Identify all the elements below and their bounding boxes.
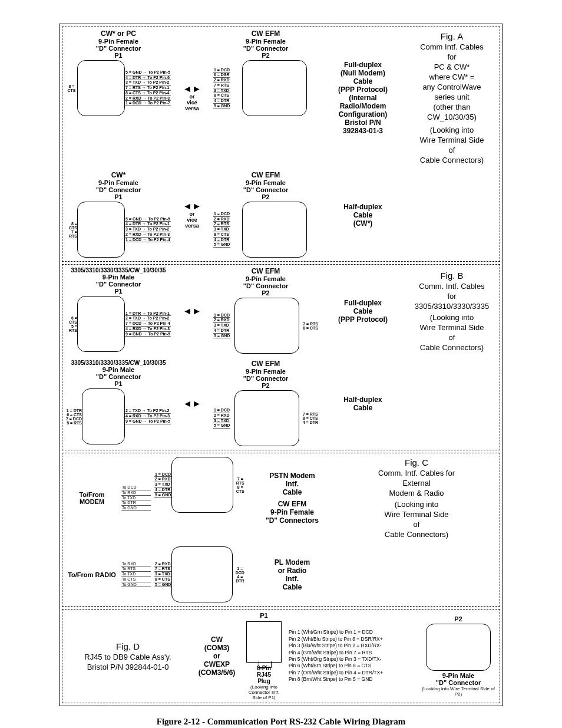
- figC-radio-lbl: To/From RADIO: [62, 543, 121, 606]
- fig-d-section: Fig. D RJ45 to DB9 Cable Ass'y. Bristol …: [62, 609, 500, 703]
- figA-left-p: P1: [66, 52, 171, 59]
- figA-leftwires2: 5 = GND → To P2 Pin-5 4 = DTR → To P2 Pi…: [125, 217, 171, 242]
- db9-female-icon: [242, 202, 307, 258]
- figC-title: Fig. C: [339, 457, 494, 467]
- figB-left-conn2: 3305/3310/3330/3335/CW_10/30/35 9-Pin Ma…: [62, 357, 174, 450]
- figD-label: Fig. D RJ45 to DB9 Cable Ass'y. Bristol …: [62, 637, 193, 676]
- figB-arrow2: ◄►: [174, 357, 210, 450]
- figure-caption: Figure 2-12 - Communication Port RS-232 …: [59, 717, 503, 727]
- figA-left-conn2: CW* 9-Pin Female "D" Connector P1 8 = CT…: [62, 169, 174, 261]
- figD-pinmap: Pin 1 (Wht/Grn Stripe) to Pin 1 = DCD Pi…: [287, 627, 417, 686]
- figA-title: Fig. A: [410, 31, 494, 41]
- fig-c-section: To/From MODEM To DCD To RXD To TXD To DT…: [62, 453, 500, 607]
- figC-modem-lbl: To/From MODEM: [62, 453, 121, 543]
- figB-left-conn1: 3305/3310/3330/3335/CW_10/30/35 9-Pin Ma…: [62, 265, 174, 357]
- figA-rightwires1: 1 = DCD 6 = DSR 2 = RXD 7 = RTS 3 = TXD …: [213, 68, 230, 109]
- figA-desc1: Full-duplex (Null Modem) Cable (PPP Prot…: [322, 27, 404, 169]
- arrow-lr-icon: ◄►: [183, 399, 201, 409]
- fig-b-section: 3305/3310/3330/3335/CW_10/30/35 9-Pin Ma…: [62, 264, 500, 450]
- figB-arrow1: ◄►: [174, 265, 210, 357]
- arrow-lr-icon: ◄►: [183, 307, 201, 316]
- figA-left-hdr2: 9-Pin Female: [66, 38, 171, 45]
- figD-p2: P2 9-Pin Male "D" Connector (Looking int…: [417, 613, 500, 699]
- figB-right-conn2: CW EFM 9-Pin Female "D" Connector P2 1 =…: [210, 357, 322, 450]
- figD-cw: CW (COM3) or CWEXP (COM3/5/6): [193, 633, 240, 679]
- db9-female-icon: [171, 546, 232, 602]
- figA-left-hdr1: CW* or PC: [66, 29, 171, 38]
- rj45-plug-icon: [246, 621, 282, 663]
- db9-female-icon: [77, 60, 125, 116]
- figA-leftwires1: 5 = GND → To P2 Pin-5 4 = DTR → To P2 Pi…: [125, 70, 171, 106]
- figA-right-hdr2: 9-Pin Female: [213, 38, 318, 45]
- db9-male-icon: [426, 624, 491, 671]
- figA-left-hdr3: "D" Connector: [66, 45, 171, 52]
- figB-label: Fig. B Comm. Intf. Cables for 3305/3310/…: [404, 265, 500, 357]
- diagram-frame: CW* or PC 9-Pin Female "D" Connector P1 …: [59, 24, 503, 706]
- figC-radio-desc: PL Modem or Radio Intf. Cable: [251, 543, 333, 606]
- db9-female-icon: [234, 298, 299, 354]
- figA-arrow1: ◄► or vice versa: [174, 27, 210, 169]
- figD-title: Fig. D: [68, 641, 187, 651]
- figA-right-conn2: CW EFM 9-Pin Female "D" Connector P2 1 =…: [210, 169, 322, 261]
- figA-right-hdr1: CW EFM: [213, 29, 318, 38]
- figA-label: Fig. A Comm Intf. Cables for PC & CW* wh…: [404, 27, 500, 169]
- db9-female-icon: [234, 390, 299, 446]
- figC-modem-conn: 1 = DCD 2 = RXD 3 = TXD 4 = DTR 5 = GND …: [151, 453, 251, 543]
- arrow-lr-icon: ◄►: [183, 84, 201, 94]
- arrow-lr-icon: ◄►: [183, 202, 201, 211]
- db9-female-icon: [171, 457, 233, 513]
- figC-label: Fig. C Comm. Intf. Cables for External M…: [333, 453, 500, 543]
- fig-a-section: CW* or PC 9-Pin Female "D" Connector P1 …: [62, 27, 500, 262]
- figA-right-hdr3: "D" Connector: [213, 45, 318, 52]
- figA-sideleft1: 8 = CTS: [66, 84, 77, 93]
- figA-arrow2: ◄► or vice versa: [174, 169, 210, 261]
- figA-left-conn1: CW* or PC 9-Pin Female "D" Connector P1 …: [62, 27, 174, 169]
- figD-rj45: P1 8-Pin RJ45 Plug (Looking into Connect…: [240, 610, 287, 703]
- figA-right-p: P2: [213, 52, 318, 59]
- db9-female-icon: [242, 60, 307, 116]
- figB-desc2: Half-duplex Cable: [322, 357, 404, 450]
- db9-male-icon: [82, 388, 125, 444]
- figA-desc2: Half-duplex Cable (CW*): [322, 169, 404, 261]
- figA-rightwires2: 1 = DCD 2 = RXD 7 = RTS 3 = TXD 8 = CTS …: [213, 212, 230, 248]
- figC-radio-conn: 2 = RXD 7 = RTS 3 = TXD 8 = CTS 5 = GND …: [151, 543, 251, 606]
- figB-right-conn1: CW EFM 9-Pin Female "D" Connector P2 1 =…: [210, 265, 322, 357]
- figB-desc1: Full-duplex Cable (PPP Protocol): [322, 265, 404, 357]
- db9-female-icon: [77, 202, 125, 258]
- db9-male-icon: [77, 296, 125, 352]
- figC-modem-desc: PSTN Modem Intf. Cable CW EFM 9-Pin Fema…: [251, 453, 333, 543]
- figB-title: Fig. B: [410, 271, 494, 281]
- figA-right-conn1: CW EFM 9-Pin Female "D" Connector P2 1 =…: [210, 27, 322, 169]
